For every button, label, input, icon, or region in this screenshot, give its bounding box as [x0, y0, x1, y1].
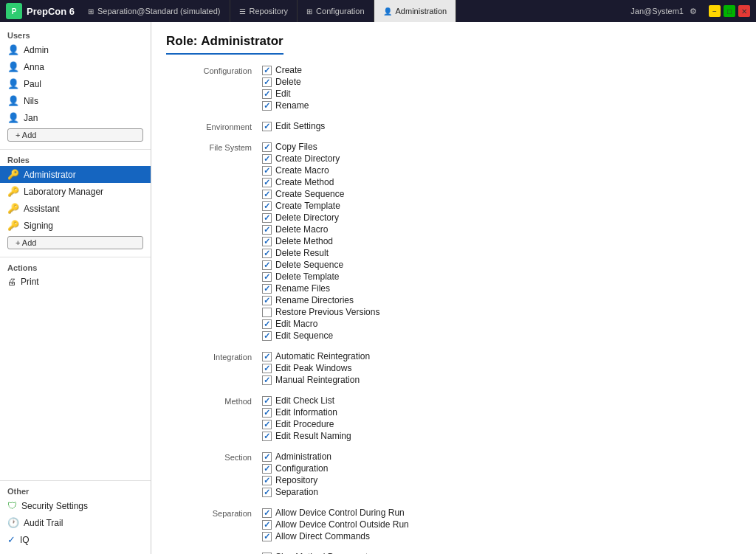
close-button[interactable]: ✕ [738, 5, 750, 17]
checkbox-edit-procedure[interactable] [262, 420, 272, 429]
add-role-button[interactable]: + Add [7, 236, 143, 249]
checkbox-create-sequence[interactable] [262, 190, 272, 199]
checkbox-administration[interactable] [262, 452, 272, 462]
permission-item[interactable]: Allow Device Control Outside Run [262, 519, 409, 530]
permission-label: Create [275, 65, 302, 75]
permission-item[interactable]: Edit [262, 89, 309, 99]
sidebar-item-admin[interactable]: 👤 Admin [0, 41, 151, 58]
role-icon-laboratory-manager: 🔑 [7, 186, 19, 197]
permission-item[interactable]: Create [262, 65, 309, 75]
checkbox-delete-directory[interactable] [262, 213, 272, 223]
checkbox-delete[interactable] [262, 77, 272, 87]
checkbox-edit-check-list[interactable] [262, 396, 272, 406]
gear-icon[interactable]: ⚙ [690, 7, 697, 16]
permission-item[interactable]: Rename Directories [262, 295, 379, 305]
permission-item[interactable]: Create Sequence [262, 189, 379, 199]
checkbox-edit-peak-windows[interactable] [262, 364, 272, 373]
permission-item[interactable]: Edit Macro [262, 319, 379, 329]
permission-item[interactable]: Create Macro [262, 165, 379, 176]
checkbox-create-method[interactable] [262, 178, 272, 187]
checkbox-create[interactable] [262, 66, 272, 75]
checkbox-rename[interactable] [262, 101, 272, 111]
permission-item[interactable]: Configuration [262, 463, 331, 474]
checkbox-copy-files[interactable] [262, 142, 272, 152]
tab-separation[interactable]: ⊞ Separation@Standard (simulated) [79, 0, 230, 22]
checkbox-allow-direct-commands[interactable] [262, 532, 272, 541]
checkbox-edit-macro[interactable] [262, 319, 272, 329]
tab-repository[interactable]: ☰ Repository [230, 0, 298, 22]
sidebar-item-assistant[interactable]: 🔑 Assistant [0, 200, 151, 217]
permission-item[interactable]: Manual Reintegration [262, 375, 370, 385]
permission-item[interactable]: Delete Result [262, 248, 379, 258]
permission-item[interactable]: Create Template [262, 201, 379, 211]
permission-label: Edit Settings [275, 121, 325, 131]
permission-item[interactable]: Rename Files [262, 283, 379, 294]
iq-item[interactable]: ✓ IQ [0, 531, 151, 548]
checkbox-edit-result-naming[interactable] [262, 432, 272, 441]
permission-item[interactable]: Rename [262, 100, 309, 111]
permission-item[interactable]: Copy Files [262, 142, 379, 152]
permission-item[interactable]: Delete Sequence [262, 260, 379, 270]
permission-item[interactable]: Delete [262, 77, 309, 87]
permission-item[interactable]: Allow Direct Commands [262, 531, 409, 541]
checkbox-edit[interactable] [262, 89, 272, 99]
permission-item[interactable]: Delete Template [262, 271, 379, 282]
checkbox-separation[interactable] [262, 488, 272, 497]
checkbox-edit-information[interactable] [262, 408, 272, 418]
sidebar-item-jan[interactable]: 👤 Jan [0, 109, 151, 126]
tab-administration[interactable]: 👤 Administration [374, 0, 457, 22]
permission-item[interactable]: Edit Settings [262, 121, 325, 131]
permission-item[interactable]: Automatic Reintegration [262, 351, 370, 361]
permission-item[interactable]: Create Method [262, 177, 379, 187]
sidebar-item-paul[interactable]: 👤 Paul [0, 75, 151, 92]
permission-item[interactable]: Edit Result Naming [262, 431, 351, 441]
permission-item[interactable]: Delete Macro [262, 224, 379, 235]
permission-item[interactable]: Delete Directory [262, 212, 379, 223]
checkbox-edit-settings[interactable] [262, 122, 272, 131]
minimize-button[interactable]: − [709, 5, 721, 17]
permission-item[interactable]: Allow Device Control During Run [262, 508, 409, 518]
security-settings-item[interactable]: 🛡 Security Settings [0, 497, 151, 514]
tab-configuration[interactable]: ⊞ Configuration [298, 0, 374, 22]
permission-item[interactable]: Edit Procedure [262, 419, 351, 429]
checkbox-manual-reintegration[interactable] [262, 375, 272, 385]
permission-item[interactable]: Create Directory [262, 153, 379, 164]
permission-item[interactable]: Administration [262, 451, 331, 462]
checkbox-delete-method[interactable] [262, 237, 272, 246]
checkbox-delete-macro[interactable] [262, 225, 272, 235]
maximize-button[interactable]: □ [724, 5, 735, 17]
permission-item[interactable]: Restore Previous Versions [262, 307, 379, 317]
sidebar-item-laboratory-manager[interactable]: 🔑 Laboratory Manager [0, 183, 151, 200]
checkbox-allow-device-control-outside-run[interactable] [262, 520, 272, 530]
checkbox-restore-previous-versions[interactable] [262, 308, 272, 317]
print-action[interactable]: 🖨 Print [0, 274, 151, 290]
add-user-button[interactable]: + Add [7, 128, 143, 142]
checkbox-delete-template[interactable] [262, 272, 272, 282]
permission-item[interactable]: Edit Check List [262, 395, 351, 406]
checkbox-create-directory[interactable] [262, 154, 272, 164]
checkbox-allow-device-control-during-run[interactable] [262, 508, 272, 518]
audit-trail-item[interactable]: 🕐 Audit Trail [0, 514, 151, 531]
checkbox-rename-directories[interactable] [262, 296, 272, 305]
checkbox-repository[interactable] [262, 476, 272, 485]
permission-item[interactable]: Edit Sequence [262, 330, 379, 341]
sidebar-item-signing[interactable]: 🔑 Signing [0, 217, 151, 234]
permission-item[interactable]: Edit Peak Windows [262, 363, 370, 373]
sidebar-item-administrator[interactable]: 🔑 Administrator [0, 166, 151, 183]
permission-item[interactable]: Repository [262, 475, 331, 485]
permission-section-integration: IntegrationAutomatic ReintegrationEdit P… [166, 351, 741, 385]
permission-item[interactable]: Separation [262, 487, 331, 497]
permission-label: Create Macro [275, 165, 329, 176]
permission-item[interactable]: Edit Information [262, 407, 351, 418]
permission-item[interactable]: Delete Method [262, 236, 379, 246]
checkbox-delete-result[interactable] [262, 249, 272, 258]
sidebar-item-nils[interactable]: 👤 Nils [0, 92, 151, 109]
checkbox-rename-files[interactable] [262, 284, 272, 294]
checkbox-automatic-reintegration[interactable] [262, 352, 272, 361]
checkbox-configuration[interactable] [262, 464, 272, 474]
checkbox-create-macro[interactable] [262, 166, 272, 176]
sidebar-item-anna[interactable]: 👤 Anna [0, 58, 151, 75]
checkbox-delete-sequence[interactable] [262, 260, 272, 270]
checkbox-edit-sequence[interactable] [262, 331, 272, 341]
checkbox-create-template[interactable] [262, 201, 272, 211]
